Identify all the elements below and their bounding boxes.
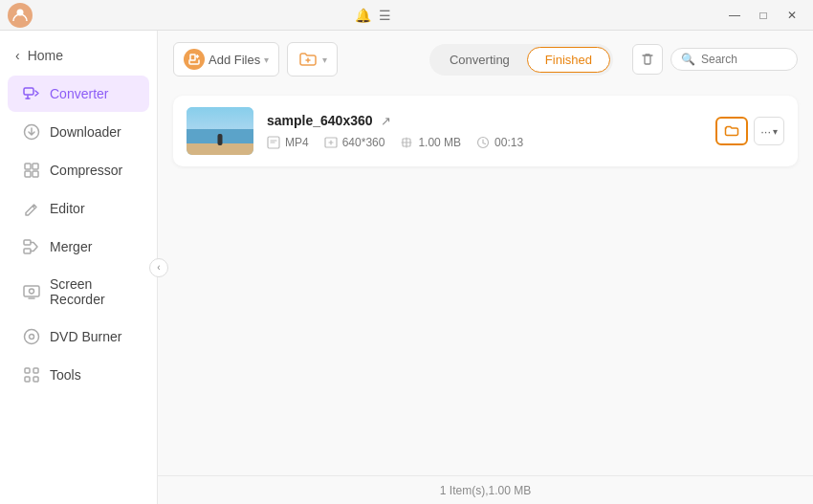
size-icon — [400, 136, 413, 149]
content-area: Add Files ▾ ▾ Converting Finished — [158, 31, 813, 504]
window-controls: — □ ✕ — [721, 6, 805, 25]
svg-rect-8 — [24, 249, 31, 253]
file-info: sample_640x360 ↗ MP4 — [267, 113, 702, 149]
back-arrow-icon: ‹ — [15, 48, 20, 63]
file-actions: ··· ▾ — [715, 117, 784, 145]
file-thumbnail — [187, 107, 253, 155]
editor-icon — [23, 200, 40, 217]
add-files-chevron-icon: ▾ — [264, 55, 269, 65]
svg-rect-4 — [33, 164, 38, 169]
file-resolution-item: 640*360 — [324, 136, 385, 149]
duration-icon — [476, 136, 490, 149]
minimize-button[interactable]: — — [721, 6, 748, 25]
titlebar: 🔔 ☰ — □ ✕ — [0, 0, 813, 31]
svg-rect-5 — [25, 171, 31, 177]
add-folder-button[interactable]: ▾ — [287, 42, 338, 77]
tools-icon — [23, 366, 40, 383]
close-button[interactable]: ✕ — [779, 6, 805, 25]
sidebar-item-dvd-burner[interactable]: DVD Burner — [8, 318, 149, 355]
tab-finished[interactable]: Finished — [527, 47, 610, 73]
sidebar-home[interactable]: ‹ Home — [0, 40, 157, 71]
file-size-item: 1.00 MB — [400, 136, 461, 149]
user-avatar[interactable] — [8, 3, 33, 28]
sidebar-item-tools[interactable]: Tools — [8, 357, 149, 393]
search-input[interactable] — [701, 53, 787, 66]
svg-rect-3 — [25, 164, 31, 169]
sidebar-item-label: DVD Burner — [50, 329, 121, 344]
sidebar-item-downloader[interactable]: Downloader — [8, 114, 149, 150]
resolution-icon — [324, 136, 338, 149]
sidebar-item-editor[interactable]: Editor — [8, 190, 149, 227]
file-duration: 00:13 — [494, 136, 523, 149]
sidebar-item-label: Screen Recorder — [50, 276, 134, 307]
format-icon — [267, 136, 280, 149]
external-link-icon[interactable]: ↗ — [381, 114, 391, 128]
status-text: 1 Item(s),1.00 MB — [440, 484, 531, 497]
more-chevron-icon: ▾ — [773, 126, 778, 137]
file-card: sample_640x360 ↗ MP4 — [173, 96, 798, 166]
delete-all-button[interactable] — [632, 44, 663, 75]
svg-point-12 — [30, 335, 34, 340]
converter-icon — [23, 85, 40, 102]
home-label: Home — [28, 48, 63, 63]
notification-icon[interactable]: 🔔 — [355, 8, 371, 23]
sidebar-item-label: Downloader — [50, 124, 121, 140]
file-duration-item: 00:13 — [476, 136, 523, 149]
sidebar-item-label: Compressor — [50, 163, 122, 178]
tab-converting[interactable]: Converting — [432, 48, 527, 72]
add-files-icon — [184, 49, 205, 70]
add-folder-chevron-icon: ▾ — [322, 55, 327, 65]
file-name: sample_640x360 — [267, 113, 373, 128]
sidebar-collapse-button[interactable]: ‹ — [149, 258, 168, 277]
downloader-icon — [23, 123, 40, 141]
sidebar-item-merger[interactable]: Merger — [8, 229, 149, 265]
sidebar: ‹ Home Converter Dow — [0, 31, 158, 504]
svg-rect-14 — [33, 368, 38, 373]
svg-rect-1 — [24, 88, 33, 95]
svg-rect-7 — [24, 240, 31, 245]
sidebar-item-label: Converter — [50, 86, 108, 101]
add-files-button[interactable]: Add Files ▾ — [173, 42, 279, 77]
statusbar: 1 Item(s),1.00 MB — [158, 475, 813, 504]
svg-point-10 — [30, 289, 34, 294]
more-options-button[interactable]: ··· ▾ — [754, 117, 784, 145]
maximize-button[interactable]: □ — [750, 6, 777, 25]
svg-rect-13 — [25, 368, 30, 373]
sidebar-item-label: Tools — [50, 367, 81, 383]
sidebar-item-compressor[interactable]: Compressor — [8, 152, 149, 188]
open-folder-button[interactable] — [715, 117, 748, 145]
file-name-row: sample_640x360 ↗ — [267, 113, 702, 128]
dvd-burner-icon — [23, 328, 40, 345]
add-files-label: Add Files — [209, 53, 260, 67]
svg-rect-9 — [24, 286, 39, 296]
sidebar-item-label: Merger — [50, 239, 92, 254]
add-folder-icon — [297, 49, 319, 70]
app-body: ‹ Home Converter Dow — [0, 31, 813, 504]
file-format: MP4 — [285, 136, 309, 149]
svg-point-11 — [25, 330, 39, 344]
svg-rect-15 — [25, 377, 30, 382]
compressor-icon — [23, 162, 40, 179]
sidebar-item-converter[interactable]: Converter — [8, 76, 149, 112]
sidebar-item-label: Editor — [50, 201, 85, 216]
svg-rect-16 — [33, 377, 38, 382]
toolbar: Add Files ▾ ▾ Converting Finished — [158, 31, 813, 88]
file-format-item: MP4 — [267, 136, 309, 149]
merger-icon — [23, 238, 40, 255]
tab-group: Converting Finished — [429, 44, 613, 76]
svg-rect-6 — [33, 171, 38, 177]
sidebar-item-screen-recorder[interactable]: Screen Recorder — [8, 267, 149, 317]
more-ellipsis-icon: ··· — [760, 124, 771, 139]
titlebar-icons: 🔔 ☰ — [355, 8, 391, 23]
menu-icon[interactable]: ☰ — [379, 8, 391, 23]
svg-rect-17 — [190, 55, 195, 60]
file-resolution: 640*360 — [342, 136, 385, 149]
file-list: sample_640x360 ↗ MP4 — [158, 88, 813, 475]
search-icon: 🔍 — [681, 53, 695, 66]
file-size: 1.00 MB — [418, 136, 461, 149]
file-meta: MP4 640*360 — [267, 136, 702, 149]
screen-recorder-icon — [23, 283, 40, 300]
action-icons — [632, 44, 663, 75]
search-box: 🔍 — [670, 48, 798, 71]
